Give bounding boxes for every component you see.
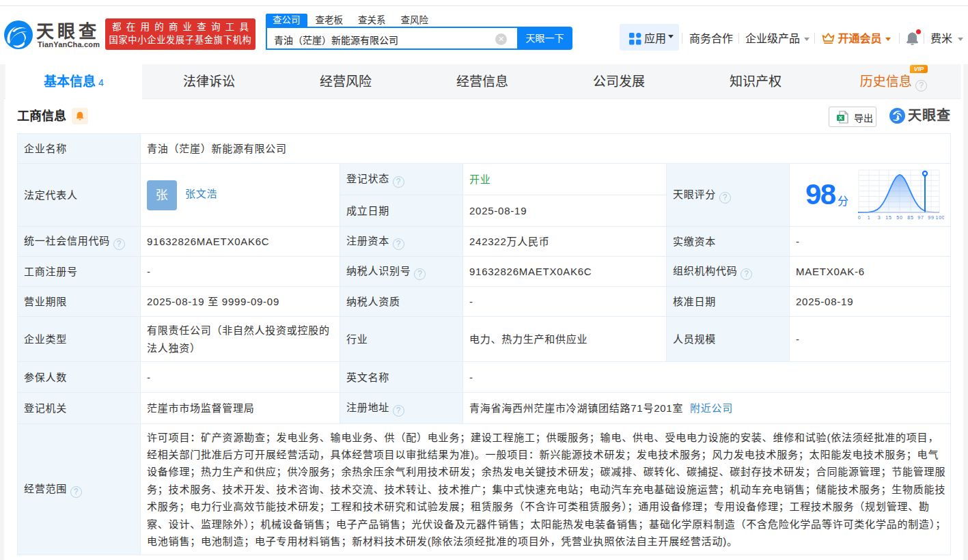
svg-text:85: 85	[907, 215, 913, 220]
svg-text:3: 3	[878, 215, 881, 220]
svg-text:100: 100	[936, 215, 944, 220]
svg-text:99: 99	[928, 215, 934, 220]
svg-text:X: X	[839, 115, 843, 121]
svg-text:0: 0	[858, 215, 861, 220]
svg-text:50: 50	[896, 215, 902, 220]
svg-text:15: 15	[885, 215, 891, 220]
svg-text:1: 1	[868, 215, 871, 220]
svg-text:97: 97	[917, 215, 924, 220]
